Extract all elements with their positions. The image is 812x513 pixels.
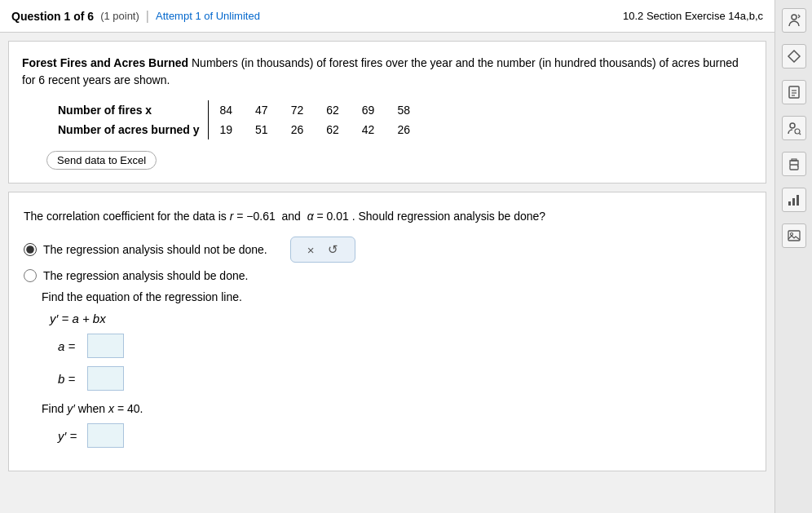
question-section: The correlation coefficient for the data… [8, 192, 766, 471]
acres-val-5: 42 [351, 120, 386, 139]
option1-row: The regression analysis should not be do… [24, 237, 751, 263]
data-table: Number of fires x 84 47 72 62 69 58 Numb… [46, 100, 421, 139]
svg-rect-13 [797, 195, 799, 206]
svg-rect-11 [788, 201, 791, 206]
option2-label: The regression analysis should be done. [43, 269, 248, 282]
print-icon[interactable] [782, 152, 806, 176]
fires-val-6: 58 [386, 100, 421, 120]
acres-val-2: 51 [244, 120, 280, 139]
fires-val-4: 62 [315, 100, 351, 120]
svg-rect-8 [790, 165, 798, 170]
svg-point-15 [790, 233, 792, 236]
fires-val-2: 47 [244, 100, 280, 120]
point-info: (1 point) [100, 10, 139, 22]
equation-display: y′ = a + bx [50, 312, 106, 325]
svg-point-10 [797, 166, 798, 167]
svg-point-5 [790, 123, 795, 128]
acres-val-6: 26 [386, 120, 421, 139]
a-label: a = [58, 339, 82, 353]
answer-box: × ↺ [290, 237, 355, 263]
fires-val-3: 72 [280, 100, 316, 120]
table-row-fires: Number of fires x 84 47 72 62 69 58 [46, 100, 421, 120]
image-icon[interactable] [782, 223, 806, 248]
chart-icon[interactable] [782, 188, 806, 212]
send-excel-button[interactable]: Send data to Excel [46, 151, 157, 170]
acres-label: Number of acres burned y [46, 120, 208, 139]
svg-rect-14 [788, 231, 800, 241]
diamond-icon[interactable] [782, 44, 806, 69]
header: Question 1 of 6 (1 point) | Attempt 1 of… [0, 0, 774, 33]
svg-point-0 [792, 15, 797, 20]
radio-group: The regression analysis should not be do… [24, 237, 751, 282]
a-input-row: a = [58, 334, 751, 358]
option1-radio[interactable] [24, 243, 37, 256]
svg-rect-12 [792, 198, 795, 206]
regression-section: Find the equation of the regression line… [25, 290, 751, 448]
document-icon[interactable] [782, 80, 806, 104]
svg-rect-9 [792, 159, 797, 161]
sidebar [774, 0, 812, 513]
y-prime-input[interactable] [87, 423, 124, 448]
main-content: Question 1 of 6 (1 point) | Attempt 1 of… [0, 0, 774, 513]
y-prime-input-row: y′ = [58, 423, 751, 448]
acres-val-3: 26 [280, 120, 316, 139]
fires-val-5: 69 [351, 100, 386, 120]
equation-text: y′ = a + bx [50, 312, 751, 325]
a-input[interactable] [87, 334, 124, 358]
svg-point-6 [795, 129, 800, 134]
svg-rect-1 [789, 86, 799, 98]
answer-box-x-icon[interactable]: × [307, 243, 315, 257]
profile-icon[interactable] [782, 8, 806, 33]
b-input-row: b = [58, 366, 751, 391]
fires-val-1: 84 [208, 100, 244, 120]
svg-line-7 [799, 134, 801, 135]
problem-title-bold: Forest Fires and Acres Burned [22, 56, 188, 69]
question-label: Question 1 of 6 [11, 10, 94, 23]
answer-box-undo-icon[interactable]: ↺ [328, 242, 338, 257]
acres-val-4: 62 [315, 120, 351, 139]
problem-text: Forest Fires and Acres Burned Numbers (i… [22, 55, 752, 89]
y-prime-label: y′ = [58, 429, 82, 443]
section-ref: 10.2 Section Exercise 14a,b,c [623, 10, 763, 22]
b-label: b = [58, 372, 82, 386]
table-row-acres: Number of acres burned y 19 51 26 62 42 … [46, 120, 421, 139]
find-equation-text: Find the equation of the regression line… [42, 290, 751, 303]
option1-label: The regression analysis should not be do… [43, 243, 267, 256]
fires-label: Number of fires x [46, 100, 208, 120]
option2-row: The regression analysis should be done. [24, 269, 751, 282]
correlation-text: The correlation coefficient for the data… [24, 207, 751, 225]
attempt-label: Attempt 1 of Unlimited [156, 10, 260, 22]
header-divider: | [146, 9, 149, 24]
person-magnify-icon[interactable] [782, 116, 806, 140]
find-y-text: Find y′ when x = 40. [42, 402, 751, 415]
problem-content: Forest Fires and Acres Burned Numbers (i… [8, 41, 766, 184]
b-input[interactable] [87, 366, 124, 391]
header-left: Question 1 of 6 (1 point) | Attempt 1 of… [11, 9, 260, 24]
acres-val-1: 19 [208, 120, 244, 139]
option2-radio[interactable] [24, 269, 37, 282]
